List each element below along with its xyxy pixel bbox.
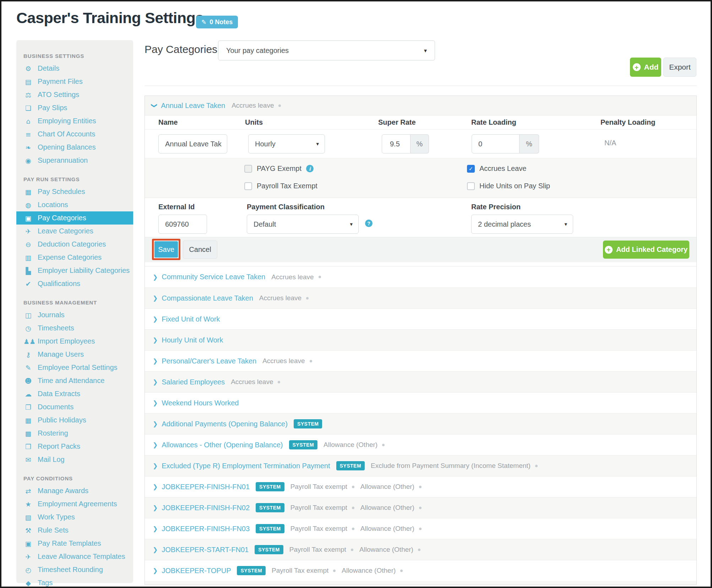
category-row[interactable]: ❯ JOBKEEPER-FINISH-FN01 SYSTEM Payroll T…: [145, 476, 696, 497]
sidebar-item[interactable]: ❐ Documents: [16, 400, 133, 414]
category-row[interactable]: ❯ Additional Payments (Opening Balance) …: [145, 413, 696, 434]
sidebar-item[interactable]: ❏ Pay Slips: [16, 101, 133, 114]
category-name-link[interactable]: Excluded (Type R) Employment Termination…: [162, 462, 330, 470]
sidebar-item[interactable]: ⚒ Rule Sets: [16, 524, 133, 537]
sidebar-item[interactable]: ⊖ Deduction Categories: [16, 238, 133, 251]
category-name-link[interactable]: Annual Leave Taken: [161, 102, 225, 110]
category-name-link[interactable]: JOBKEEPER-START-FN01: [162, 546, 249, 554]
sidebar-item[interactable]: ⚖ ATO Settings: [16, 88, 133, 101]
category-descriptor: Allowance (Other): [342, 567, 403, 574]
payment-classification-select[interactable]: Default ▾: [247, 215, 359, 234]
sidebar-item-label: Employee Portal Settings: [38, 363, 118, 372]
category-name-link[interactable]: Compassionate Leave Taken: [162, 294, 253, 302]
category-row[interactable]: ❯ JOBKEEPER-FINISH-FN02 SYSTEM Payroll T…: [145, 497, 696, 518]
units-select[interactable]: Hourly ▾: [248, 134, 325, 153]
save-button[interactable]: Save: [154, 241, 178, 258]
category-row[interactable]: ❯ JOBKEEPER-TOPUP SYSTEM Payroll Tax exe…: [145, 560, 696, 581]
payg-exempt-checkbox-row[interactable]: PAYG Exempt i: [244, 164, 314, 173]
help-icon[interactable]: ?: [365, 220, 373, 227]
hide-units-checkbox-row[interactable]: Hide Units on Pay Slip: [467, 182, 550, 190]
checkbox-unchecked[interactable]: [467, 182, 475, 190]
sidebar-item[interactable]: ⇄ Manage Awards: [16, 484, 133, 497]
sidebar-item[interactable]: ≡ Chart Of Accounts: [16, 128, 133, 141]
category-descriptor: Accrues leave: [271, 273, 321, 281]
category-row[interactable]: ❯ Fixed Unit of Work: [145, 308, 696, 329]
category-row[interactable]: ❯ JOBKEEPER-START-FN01 SYSTEM Payroll Ta…: [145, 539, 696, 560]
category-name-link[interactable]: Hourly Unit of Work: [162, 336, 223, 344]
category-row[interactable]: ❯ Excluded (Type R) Employment Terminati…: [145, 455, 696, 476]
category-row[interactable]: ❯ Weekend Hours Worked: [145, 392, 696, 413]
category-name-link[interactable]: JOBKEEPER-FINISH-FN02: [162, 504, 250, 512]
sidebar-item[interactable]: ✎ Employee Portal Settings: [16, 361, 133, 374]
sidebar-item[interactable]: ✈ Leave Categories: [16, 225, 133, 238]
sidebar-item[interactable]: ♟♟ Import Employees: [16, 335, 133, 348]
sidebar-item[interactable]: ◉ Superannuation: [16, 154, 133, 167]
system-badge: SYSTEM: [237, 566, 266, 575]
sidebar-item[interactable]: ▦ Public Holidays: [16, 414, 133, 427]
category-row[interactable]: ❯ Allowances - Other (Opening Balance) S…: [145, 434, 696, 455]
sidebar-item-label: Pay Categories: [38, 214, 86, 222]
dot-separator: [319, 276, 321, 278]
add-linked-category-button[interactable]: + Add Linked Category: [603, 241, 689, 259]
rate-loading-input[interactable]: 0: [472, 134, 520, 153]
sidebar-item[interactable]: ✈ Leave Allowance Templates: [16, 550, 133, 563]
checkbox-checked[interactable]: ✓: [467, 165, 475, 173]
sidebar-item[interactable]: ⚙ Details: [16, 62, 133, 75]
category-name-link[interactable]: Personal/Carer's Leave Taken: [162, 357, 256, 365]
sidebar-item[interactable]: ▣ Pay Rate Templates: [16, 537, 133, 550]
sidebar-item[interactable]: ◫ Journals: [16, 308, 133, 322]
category-name-link[interactable]: JOBKEEPER-TOPUP: [162, 567, 231, 575]
name-input[interactable]: Annual Leave Tak: [158, 134, 227, 153]
cancel-button[interactable]: Cancel: [183, 241, 217, 259]
super-rate-input[interactable]: 9.5: [382, 134, 411, 153]
category-name-link[interactable]: Salaried Employees: [162, 378, 225, 386]
sidebar-item[interactable]: ❧ Opening Balances: [16, 141, 133, 154]
sidebar-item[interactable]: ▦ Pay Schedules: [16, 185, 133, 198]
sidebar-item[interactable]: ❒ Report Packs: [16, 440, 133, 453]
sidebar-item[interactable]: ◷ Timesheets: [16, 322, 133, 335]
sidebar-item[interactable]: ☁ Data Extracts: [16, 387, 133, 400]
expanded-category-header[interactable]: ❯ Annual Leave Taken Accrues leave: [145, 96, 696, 115]
category-name-link[interactable]: Allowances - Other (Opening Balance): [162, 441, 283, 449]
sidebar-item[interactable]: ⚷ Manage Users: [16, 348, 133, 361]
info-icon[interactable]: i: [306, 165, 314, 172]
category-row[interactable]: ❯ Community Service Leave Taken Accrues …: [145, 266, 696, 287]
checkbox-unchecked[interactable]: [244, 182, 252, 190]
sidebar-item[interactable]: ✔ Qualifications: [16, 277, 133, 290]
payroll-tax-exempt-checkbox-row[interactable]: Payroll Tax Exempt: [244, 182, 317, 190]
category-name-link[interactable]: Community Service Leave Taken: [162, 273, 265, 281]
sidebar-item[interactable]: ★ Employment Agreements: [16, 497, 133, 511]
category-row[interactable]: ❯ Compassionate Leave Taken Accrues leav…: [145, 287, 696, 308]
sidebar-item[interactable]: ▧ Work Types: [16, 511, 133, 524]
category-name-link[interactable]: JOBKEEPER-FINISH-FN03: [162, 525, 250, 533]
category-row[interactable]: ❯ JOBKEEPER-FINISH-FN03 SYSTEM Payroll T…: [145, 518, 696, 539]
sidebar-item[interactable]: ☻ Time and Attendance: [16, 374, 133, 387]
sidebar-item[interactable]: ▙ Employer Liability Categories: [16, 264, 133, 277]
notes-button[interactable]: ✎ 0 Notes: [196, 16, 238, 28]
pay-categories-filter-select[interactable]: Your pay categories ▾: [218, 41, 435, 60]
sidebar-item[interactable]: ◍ Locations: [16, 198, 133, 211]
export-button[interactable]: Export: [663, 58, 696, 77]
category-name-link[interactable]: JOBKEEPER-FINISH-FN01: [162, 483, 250, 491]
category-row[interactable]: ❯ Salaried Employees Accrues leave: [145, 371, 696, 392]
sidebar-item[interactable]: ✉ Mail Log: [16, 453, 133, 466]
category-row[interactable]: ❯ Personal/Carer's Leave Taken Accrues l…: [145, 350, 696, 371]
name-input-value: Annual Leave Tak: [165, 140, 222, 148]
external-id-input[interactable]: 609760: [158, 215, 207, 234]
category-row[interactable]: ❯ Hourly Unit of Work: [145, 329, 696, 350]
sidebar-item[interactable]: ▩ Rostering: [16, 427, 133, 440]
sidebar-item-label: Journals: [38, 311, 65, 319]
sidebar-item[interactable]: ▣ Pay Categories: [16, 211, 133, 225]
sidebar-item[interactable]: ⌂ Employing Entities: [16, 114, 133, 128]
checkbox-unchecked[interactable]: [244, 165, 252, 173]
sidebar-item[interactable]: ◆ Tags: [16, 576, 133, 588]
sidebar-item[interactable]: ◴ Timesheet Rounding: [16, 563, 133, 576]
sidebar-item[interactable]: ▤ Payment Files: [16, 75, 133, 88]
category-name-link[interactable]: Fixed Unit of Work: [162, 315, 220, 323]
sidebar-item[interactable]: ▥ Expense Categories: [16, 251, 133, 264]
accrues-leave-checkbox-row[interactable]: ✓ Accrues Leave: [467, 164, 526, 173]
category-name-link[interactable]: Additional Payments (Opening Balance): [162, 420, 288, 428]
add-button[interactable]: + Add: [630, 58, 661, 77]
rate-precision-select[interactable]: 2 decimal places ▾: [471, 215, 573, 234]
category-name-link[interactable]: Weekend Hours Worked: [162, 399, 239, 407]
